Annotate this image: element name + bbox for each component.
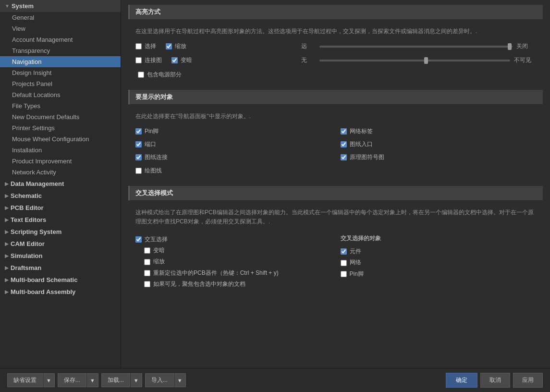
expand-arrow-icon-dm: ▶ [5, 181, 9, 186]
checkbox-netlabel[interactable]: 网络标签 [341, 126, 536, 137]
default-settings-button[interactable]: 缺省设置 [7, 373, 43, 387]
objects-section-header: 要显示的对象 [128, 90, 543, 104]
checkbox-include-power[interactable]: 包含电源部分 [135, 69, 536, 80]
sidebar-group-draftsman[interactable]: ▶ Draftsman [0, 262, 121, 274]
checkbox-reposition[interactable]: 重新定位选中的PCB器件（热键：Ctrl + Shift + y) [135, 268, 331, 279]
checkbox-net[interactable]: 网络 [341, 257, 536, 268]
expand-arrow-icon-pcb: ▶ [5, 205, 9, 210]
expand-arrow-icon-draft: ▶ [5, 265, 9, 270]
sidebar-group-simulation[interactable]: ▶ Simulation [0, 250, 121, 262]
sidebar-group-multiboard-asm[interactable]: ▶ Multi-board Assembly [0, 286, 121, 298]
cross-select-left: 交互选择 变暗 缩放 重新定位选中的PCB器件（热键：Ctrl + S [135, 234, 331, 290]
sidebar-item-view[interactable]: View [0, 23, 121, 34]
sidebar-item-network-activity[interactable]: Network Activity [0, 167, 121, 178]
checkbox-sch-symbol[interactable]: 原理图符号图 [341, 152, 536, 163]
expand-arrow-icon-sch: ▶ [5, 193, 9, 198]
highlight-section: 高亮方式 在这里选择用于在导航过程中高亮图形对象的方法。这些选项用于在导航过程中… [128, 5, 543, 86]
slider-far-track[interactable] [319, 46, 513, 48]
slider-none-thumb[interactable] [424, 57, 428, 64]
sidebar-group-text-editors[interactable]: ▶ Text Editors [0, 214, 121, 226]
checkbox-dim[interactable]: 变暗 [171, 55, 192, 66]
checkbox-draw-line[interactable]: 绘图线 [135, 165, 331, 176]
default-settings-arrow[interactable]: ▼ [43, 373, 55, 387]
objects-section-desc: 在此处选择要在"导航器面板"中显示的对象。. [135, 112, 536, 121]
cancel-button[interactable]: 取消 [480, 373, 510, 388]
load-arrow[interactable]: ▼ [131, 373, 142, 387]
sidebar-item-navigation[interactable]: Navigation [0, 56, 121, 67]
expand-arrow-icon-mba: ▶ [5, 289, 9, 294]
sidebar-group-scripting[interactable]: ▶ Scripting System [0, 226, 121, 238]
expand-arrow-icon-te: ▶ [5, 217, 9, 222]
btn-group-load: 加载... ▼ [101, 373, 142, 387]
checkbox-cross-zoom[interactable]: 缩放 [135, 256, 331, 267]
sidebar-item-general[interactable]: General [0, 12, 121, 23]
checkbox-sheet-entry[interactable]: 图纸入口 [341, 139, 536, 150]
highlight-section-desc: 在这里选择用于在导航过程中高亮图形对象的方法。这些选项用于在导航过程中，交叉探测… [135, 27, 536, 36]
slider-none-track[interactable] [319, 60, 510, 61]
slider-far-value: 关闭 [516, 42, 536, 51]
highlight-section-header: 高亮方式 [128, 5, 543, 19]
import-button[interactable]: 导入... [145, 373, 174, 387]
cross-select-section-header: 交叉选择模式 [128, 186, 543, 200]
sidebar-group-system[interactable]: ▼ System [0, 0, 121, 12]
slider-far-label: 远 [301, 42, 316, 51]
checkbox-cross-pin[interactable]: Pin脚 [341, 269, 536, 280]
sidebar-item-design-insight[interactable]: Design Insight [0, 67, 121, 78]
cross-select-section: 交叉选择模式 这种模式给出了在原理图和PCB编辑器之间选择对象的能力。当此模式在… [128, 186, 543, 298]
btn-group-save: 保存... ▼ [58, 373, 98, 387]
checkbox-port[interactable]: 端口 [135, 139, 331, 150]
sidebar-item-default-locations[interactable]: Default Locations [0, 89, 121, 100]
sidebar-item-file-types[interactable]: File Types [0, 100, 121, 111]
sidebar-item-account-management[interactable]: Account Management [0, 34, 121, 45]
highlight-section-body: 在这里选择用于在导航过程中高亮图形对象的方法。这些选项用于在导航过程中，交叉探测… [128, 23, 543, 86]
cross-select-section-body: 这种模式给出了在原理图和PCB编辑器之间选择对象的能力。当此模式在一个编辑器中的… [128, 204, 543, 298]
sidebar-item-transparency[interactable]: Transparency [0, 45, 121, 56]
slider-far-thumb[interactable] [508, 43, 512, 50]
sidebar-group-pcb-editor[interactable]: ▶ PCB Editor [0, 202, 121, 214]
checkbox-mutual-select[interactable]: 交互选择 [135, 234, 331, 245]
objects-checkbox-grid: Pin脚 网络标签 端口 图纸入口 [135, 126, 536, 176]
sidebar-group-system-label: System [12, 2, 34, 10]
sidebar-item-projects-panel[interactable]: Projects Panel [0, 78, 121, 89]
btn-group-default: 缺省设置 ▼ [7, 373, 55, 387]
sidebar-item-product-improvement[interactable]: Product Improvement [0, 156, 121, 167]
checkbox-pin[interactable]: Pin脚 [135, 126, 331, 137]
cross-select-grid: 交互选择 变暗 缩放 重新定位选中的PCB器件（热键：Ctrl + S [135, 231, 536, 293]
import-arrow[interactable]: ▼ [174, 373, 186, 387]
expand-arrow-icon: ▼ [5, 3, 10, 9]
checkbox-zoom[interactable]: 缩放 [166, 41, 186, 52]
cross-select-desc: 这种模式给出了在原理图和PCB编辑器之间选择对象的能力。当此模式在一个编辑器中的… [135, 208, 536, 226]
expand-arrow-icon-mbs: ▶ [5, 277, 9, 282]
slider-none-label: 无 [301, 56, 316, 65]
checkbox-component[interactable]: 元件 [341, 246, 536, 257]
sidebar-item-mouse-wheel[interactable]: Mouse Wheel Configuration [0, 134, 121, 145]
cross-select-right: 交叉选择的对象 元件 网络 Pin脚 [341, 234, 536, 290]
objects-section-body: 在此处选择要在"导航器面板"中显示的对象。. Pin脚 网络标签 端口 [128, 108, 543, 182]
sidebar-group-schematic[interactable]: ▶ Schematic [0, 190, 121, 202]
save-arrow[interactable]: ▼ [87, 373, 98, 387]
sidebar-group-multiboard-sch[interactable]: ▶ Multi-board Schematic [0, 274, 121, 286]
cross-objects-title: 交叉选择的对象 [341, 234, 536, 243]
sidebar-item-printer-settings[interactable]: Printer Settings [0, 122, 121, 134]
ok-button[interactable]: 确定 [446, 373, 477, 388]
sidebar-group-cam-editor[interactable]: ▶ CAM Editor [0, 238, 121, 250]
checkbox-focus-doc[interactable]: 如果可见，聚焦包含选中对象的文档 [135, 279, 331, 290]
sidebar: ▼ System General View Account Management… [0, 0, 121, 368]
sidebar-item-installation[interactable]: Installation [0, 145, 121, 156]
slider-none-value: 不可见 [514, 56, 536, 65]
expand-arrow-icon-sim: ▶ [5, 253, 9, 258]
sidebar-item-new-document-defaults[interactable]: New Document Defaults [0, 111, 121, 122]
checkbox-select[interactable]: 选择 [135, 41, 156, 52]
checkbox-sheet-connect[interactable]: 图纸连接 [135, 152, 331, 163]
apply-button[interactable]: 应用 [513, 373, 543, 388]
expand-arrow-icon-sc: ▶ [5, 229, 9, 234]
sidebar-group-data-management[interactable]: ▶ Data Management [0, 178, 121, 190]
checkbox-connect[interactable]: 连接图 [135, 55, 162, 66]
load-button[interactable]: 加载... [101, 373, 130, 387]
checkbox-cross-dim[interactable]: 变暗 [135, 245, 331, 256]
objects-section: 要显示的对象 在此处选择要在"导航器面板"中显示的对象。. Pin脚 网络标签 [128, 90, 543, 182]
bottom-bar: 缺省设置 ▼ 保存... ▼ 加载... ▼ 导入... ▼ 确定 取消 应用 [0, 368, 550, 392]
expand-arrow-icon-cam: ▶ [5, 241, 9, 246]
save-button[interactable]: 保存... [58, 373, 86, 387]
main-content: 高亮方式 在这里选择用于在导航过程中高亮图形对象的方法。这些选项用于在导航过程中… [121, 0, 550, 368]
